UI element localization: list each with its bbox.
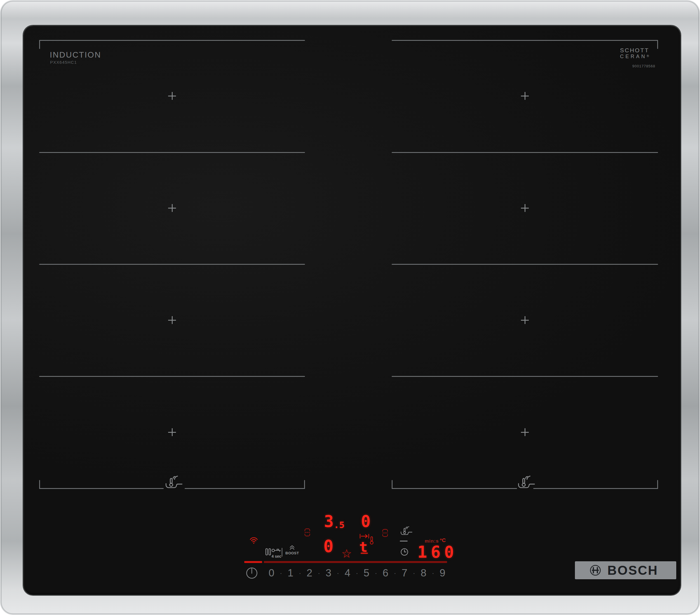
ceran-wordmark: CERAN® <box>620 54 662 60</box>
bridge-zone-indicator-left <box>304 528 311 538</box>
slider-number-6[interactable]: 6 <box>383 567 389 579</box>
zone-line-left-bottom-b <box>185 488 305 489</box>
lock-hold-label: 4 sec <box>271 554 282 559</box>
registered-trademark: ® <box>647 54 649 57</box>
temperature-display: 160 <box>417 544 458 560</box>
zone-line-left-bottom-a <box>39 488 164 489</box>
slider-dot: · <box>299 569 301 577</box>
zone-line-right-sep3 <box>392 376 658 377</box>
schott-ceran-logo: SCHOTT CERAN® <box>620 47 662 60</box>
favorite-button[interactable]: ☆ <box>341 548 352 560</box>
zone-line-left-top <box>39 40 305 41</box>
key-icon <box>271 547 282 553</box>
slider-dot: · <box>356 569 358 577</box>
slider-dot: · <box>375 569 377 577</box>
frying-sensor-button[interactable] <box>400 526 413 537</box>
induction-hob: INDUCTION PXX645HC1 SCHOTT CERAN® 900177… <box>0 0 700 615</box>
zone-corner-right-top <box>657 40 658 49</box>
power-digit: 3 <box>324 513 334 529</box>
surface-type-label: INDUCTION <box>50 50 101 60</box>
slider-track-bar[interactable] <box>264 561 447 563</box>
slider-number-3[interactable]: 3 <box>326 567 332 579</box>
zone-marker-left-3 <box>168 316 176 324</box>
bosch-badge: BOSCH <box>575 561 676 579</box>
zone-corner-left-bottom-l <box>39 480 40 489</box>
zone-line-right-sep1 <box>392 152 658 153</box>
boost-button[interactable]: BOOST <box>285 545 299 555</box>
slider-number-0[interactable]: 0 <box>268 567 274 579</box>
pause-bar-right <box>269 549 271 555</box>
bridge-zone-indicator-right <box>382 528 389 539</box>
right-rear-power-display: 0 <box>361 513 371 529</box>
slider-number-5[interactable]: 5 <box>364 567 370 579</box>
frying-sensor-icon-right-zone <box>517 475 536 490</box>
zone-line-right-top <box>392 40 658 41</box>
double-chevron-up-icon <box>289 545 295 550</box>
slider-dot: · <box>413 569 415 577</box>
sensor-level-line <box>400 541 408 541</box>
bosch-wordmark: BOSCH <box>608 563 658 578</box>
child-lock-button[interactable]: 4 sec <box>271 547 282 559</box>
thermometer-stem <box>171 478 172 484</box>
zone-corner-right-bottom-r <box>657 480 658 489</box>
zone-line-left-sep2 <box>39 264 305 265</box>
zone-line-right-bottom-b <box>533 488 658 489</box>
zone-line-right-sep2 <box>392 264 658 265</box>
slider-dot: · <box>280 569 282 577</box>
zone-line-left-sep3 <box>39 376 305 377</box>
zone-corner-right-bottom-l <box>392 480 392 489</box>
slider-dot: · <box>318 569 320 577</box>
zone-corner-left-bottom-r <box>304 480 305 489</box>
zone-line-left-sep1 <box>39 152 305 153</box>
serial-number-label: 9001778568 <box>632 64 655 68</box>
zone-marker-left-4 <box>168 428 176 436</box>
power-button[interactable] <box>246 567 258 580</box>
zone-marker-left-1 <box>168 92 176 100</box>
pause-bar-left <box>266 549 267 555</box>
model-number-label: PXX645HC1 <box>50 60 77 65</box>
schott-wordmark: SCHOTT <box>620 47 662 54</box>
transfer-display: t <box>359 540 367 554</box>
transfer-thermometer-icon <box>370 536 374 546</box>
zone-marker-left-2 <box>168 204 176 212</box>
bosch-armature-icon <box>589 564 601 576</box>
slider-level-bar <box>244 561 262 563</box>
zone-marker-right-4 <box>521 428 529 436</box>
power-decimal: .5 <box>334 521 345 529</box>
slider-number-1[interactable]: 1 <box>288 567 293 579</box>
slider-number-7[interactable]: 7 <box>401 567 407 579</box>
timer-button[interactable] <box>400 548 409 557</box>
slider-number-9[interactable]: 9 <box>439 567 446 579</box>
panel-divider <box>282 548 282 556</box>
zone-corner-left-top <box>39 40 40 49</box>
ceramic-glass-surface <box>24 26 680 595</box>
slider-number-2[interactable]: 2 <box>307 567 313 579</box>
zone-marker-right-2 <box>521 204 529 212</box>
slider-dot: · <box>394 569 396 577</box>
slider-number-4[interactable]: 4 <box>345 567 351 579</box>
slider-dot: · <box>432 569 434 577</box>
boost-label: BOOST <box>285 551 299 555</box>
frying-sensor-icon-left-zone <box>165 475 183 490</box>
slider-dot: · <box>337 569 339 577</box>
left-rear-power-display: 3 .5 <box>324 513 345 529</box>
slider-number-8[interactable]: 8 <box>421 567 426 579</box>
zone-marker-right-3 <box>521 316 529 324</box>
wifi-icon <box>249 536 258 546</box>
zone-line-right-bottom-a <box>392 488 517 489</box>
power-slider[interactable]: 0 · 1 · 2 · 3 · 4 · 5 · 6 · 7 · 8 · 9 <box>268 567 446 579</box>
pause-button[interactable] <box>265 548 271 557</box>
pan-outline <box>166 484 182 488</box>
zone-marker-right-1 <box>521 92 529 100</box>
transfer-underline <box>361 553 368 554</box>
left-front-power-display: 0 <box>323 538 334 555</box>
